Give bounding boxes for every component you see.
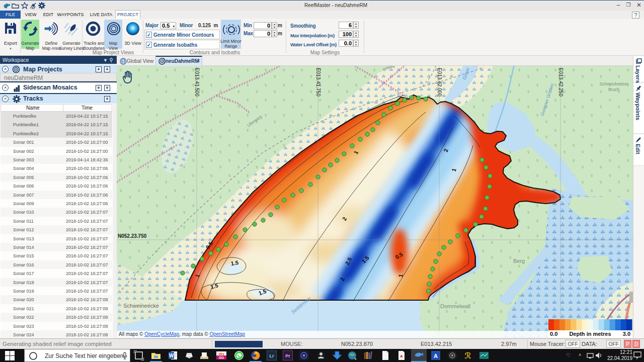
svg-text:A: A — [434, 353, 438, 359]
svg-text:Lr: Lr — [270, 353, 274, 358]
svg-text:Schweineecke: Schweineecke — [123, 303, 159, 309]
svg-text:Depth in metres: Depth in metres — [569, 331, 611, 337]
svg-text:ℛ: ℛ — [465, 351, 471, 360]
svg-text:E013.42.000: E013.42.000 — [437, 68, 442, 97]
svg-text:E013.42.250: E013.42.250 — [558, 68, 564, 97]
svg-text:All maps © OpenCycleMap, map d: All maps © OpenCycleMap, map data © Open… — [119, 331, 245, 337]
svg-text:0.0: 0.0 — [550, 331, 557, 337]
svg-text:E013.41.500: E013.41.500 — [194, 68, 200, 97]
svg-text:Berg: Berg — [513, 258, 525, 264]
svg-text:Schmöckwitzer: Schmöckwitzer — [599, 81, 628, 86]
svg-text:Bruch: Bruch — [608, 87, 619, 92]
svg-text:Pr: Pr — [285, 353, 290, 358]
svg-text:A: A — [400, 354, 403, 358]
svg-text:3.0: 3.0 — [623, 331, 630, 337]
svg-text:W: W — [169, 353, 174, 358]
svg-text:GO: GO — [219, 356, 224, 359]
svg-text:Dommelwall: Dommelwall — [440, 303, 470, 309]
svg-text:N052.23.750: N052.23.750 — [118, 233, 147, 239]
svg-text:E013.41.750: E013.41.750 — [315, 68, 321, 97]
